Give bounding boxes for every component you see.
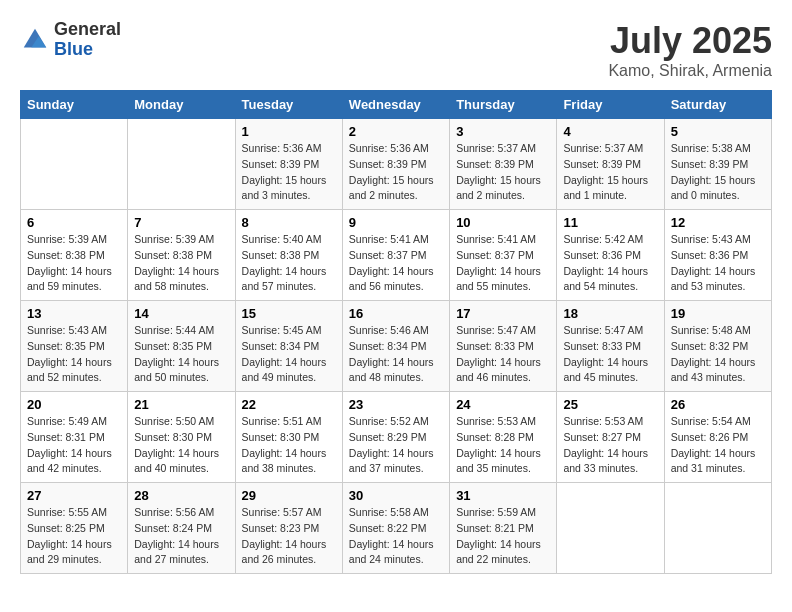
day-number: 9 bbox=[349, 215, 443, 230]
calendar-week-row: 13Sunrise: 5:43 AMSunset: 8:35 PMDayligh… bbox=[21, 301, 772, 392]
day-number: 28 bbox=[134, 488, 228, 503]
day-number: 31 bbox=[456, 488, 550, 503]
calendar-cell: 17Sunrise: 5:47 AMSunset: 8:33 PMDayligh… bbox=[450, 301, 557, 392]
day-number: 26 bbox=[671, 397, 765, 412]
calendar-cell: 24Sunrise: 5:53 AMSunset: 8:28 PMDayligh… bbox=[450, 392, 557, 483]
day-number: 11 bbox=[563, 215, 657, 230]
calendar-cell: 12Sunrise: 5:43 AMSunset: 8:36 PMDayligh… bbox=[664, 210, 771, 301]
calendar-cell: 4Sunrise: 5:37 AMSunset: 8:39 PMDaylight… bbox=[557, 119, 664, 210]
day-info: Sunrise: 5:41 AMSunset: 8:37 PMDaylight:… bbox=[456, 232, 550, 295]
logo: General Blue bbox=[20, 20, 121, 60]
weekday-header: Monday bbox=[128, 91, 235, 119]
day-info: Sunrise: 5:52 AMSunset: 8:29 PMDaylight:… bbox=[349, 414, 443, 477]
day-info: Sunrise: 5:36 AMSunset: 8:39 PMDaylight:… bbox=[242, 141, 336, 204]
weekday-header: Saturday bbox=[664, 91, 771, 119]
calendar-cell: 22Sunrise: 5:51 AMSunset: 8:30 PMDayligh… bbox=[235, 392, 342, 483]
calendar-cell: 14Sunrise: 5:44 AMSunset: 8:35 PMDayligh… bbox=[128, 301, 235, 392]
day-number: 3 bbox=[456, 124, 550, 139]
calendar-header: SundayMondayTuesdayWednesdayThursdayFrid… bbox=[21, 91, 772, 119]
day-number: 12 bbox=[671, 215, 765, 230]
day-info: Sunrise: 5:53 AMSunset: 8:27 PMDaylight:… bbox=[563, 414, 657, 477]
calendar-cell bbox=[557, 483, 664, 574]
calendar-cell: 29Sunrise: 5:57 AMSunset: 8:23 PMDayligh… bbox=[235, 483, 342, 574]
calendar-cell: 10Sunrise: 5:41 AMSunset: 8:37 PMDayligh… bbox=[450, 210, 557, 301]
day-number: 19 bbox=[671, 306, 765, 321]
calendar-cell: 21Sunrise: 5:50 AMSunset: 8:30 PMDayligh… bbox=[128, 392, 235, 483]
calendar-cell: 27Sunrise: 5:55 AMSunset: 8:25 PMDayligh… bbox=[21, 483, 128, 574]
calendar-cell: 7Sunrise: 5:39 AMSunset: 8:38 PMDaylight… bbox=[128, 210, 235, 301]
day-number: 4 bbox=[563, 124, 657, 139]
logo-general: General bbox=[54, 20, 121, 40]
day-info: Sunrise: 5:56 AMSunset: 8:24 PMDaylight:… bbox=[134, 505, 228, 568]
calendar-week-row: 27Sunrise: 5:55 AMSunset: 8:25 PMDayligh… bbox=[21, 483, 772, 574]
day-info: Sunrise: 5:40 AMSunset: 8:38 PMDaylight:… bbox=[242, 232, 336, 295]
calendar-week-row: 1Sunrise: 5:36 AMSunset: 8:39 PMDaylight… bbox=[21, 119, 772, 210]
calendar-cell: 13Sunrise: 5:43 AMSunset: 8:35 PMDayligh… bbox=[21, 301, 128, 392]
day-info: Sunrise: 5:51 AMSunset: 8:30 PMDaylight:… bbox=[242, 414, 336, 477]
calendar-cell: 6Sunrise: 5:39 AMSunset: 8:38 PMDaylight… bbox=[21, 210, 128, 301]
day-number: 29 bbox=[242, 488, 336, 503]
day-number: 2 bbox=[349, 124, 443, 139]
day-number: 6 bbox=[27, 215, 121, 230]
day-info: Sunrise: 5:46 AMSunset: 8:34 PMDaylight:… bbox=[349, 323, 443, 386]
day-info: Sunrise: 5:37 AMSunset: 8:39 PMDaylight:… bbox=[563, 141, 657, 204]
day-info: Sunrise: 5:49 AMSunset: 8:31 PMDaylight:… bbox=[27, 414, 121, 477]
day-number: 21 bbox=[134, 397, 228, 412]
weekday-header: Friday bbox=[557, 91, 664, 119]
day-number: 10 bbox=[456, 215, 550, 230]
day-info: Sunrise: 5:43 AMSunset: 8:35 PMDaylight:… bbox=[27, 323, 121, 386]
day-info: Sunrise: 5:38 AMSunset: 8:39 PMDaylight:… bbox=[671, 141, 765, 204]
calendar-cell: 20Sunrise: 5:49 AMSunset: 8:31 PMDayligh… bbox=[21, 392, 128, 483]
day-info: Sunrise: 5:47 AMSunset: 8:33 PMDaylight:… bbox=[563, 323, 657, 386]
weekday-header: Thursday bbox=[450, 91, 557, 119]
calendar-cell: 19Sunrise: 5:48 AMSunset: 8:32 PMDayligh… bbox=[664, 301, 771, 392]
day-info: Sunrise: 5:39 AMSunset: 8:38 PMDaylight:… bbox=[27, 232, 121, 295]
calendar-cell bbox=[664, 483, 771, 574]
day-number: 8 bbox=[242, 215, 336, 230]
day-number: 22 bbox=[242, 397, 336, 412]
day-number: 13 bbox=[27, 306, 121, 321]
day-number: 25 bbox=[563, 397, 657, 412]
day-info: Sunrise: 5:53 AMSunset: 8:28 PMDaylight:… bbox=[456, 414, 550, 477]
day-number: 5 bbox=[671, 124, 765, 139]
day-number: 7 bbox=[134, 215, 228, 230]
day-info: Sunrise: 5:41 AMSunset: 8:37 PMDaylight:… bbox=[349, 232, 443, 295]
day-info: Sunrise: 5:55 AMSunset: 8:25 PMDaylight:… bbox=[27, 505, 121, 568]
calendar-week-row: 20Sunrise: 5:49 AMSunset: 8:31 PMDayligh… bbox=[21, 392, 772, 483]
calendar-cell: 25Sunrise: 5:53 AMSunset: 8:27 PMDayligh… bbox=[557, 392, 664, 483]
day-info: Sunrise: 5:58 AMSunset: 8:22 PMDaylight:… bbox=[349, 505, 443, 568]
day-number: 15 bbox=[242, 306, 336, 321]
weekday-header: Tuesday bbox=[235, 91, 342, 119]
day-info: Sunrise: 5:47 AMSunset: 8:33 PMDaylight:… bbox=[456, 323, 550, 386]
calendar-cell: 15Sunrise: 5:45 AMSunset: 8:34 PMDayligh… bbox=[235, 301, 342, 392]
page-header: General Blue July 2025 Kamo, Shirak, Arm… bbox=[20, 20, 772, 80]
calendar-cell bbox=[128, 119, 235, 210]
day-info: Sunrise: 5:43 AMSunset: 8:36 PMDaylight:… bbox=[671, 232, 765, 295]
calendar-cell: 31Sunrise: 5:59 AMSunset: 8:21 PMDayligh… bbox=[450, 483, 557, 574]
location: Kamo, Shirak, Armenia bbox=[608, 62, 772, 80]
day-info: Sunrise: 5:37 AMSunset: 8:39 PMDaylight:… bbox=[456, 141, 550, 204]
logo-blue: Blue bbox=[54, 40, 121, 60]
calendar-cell: 30Sunrise: 5:58 AMSunset: 8:22 PMDayligh… bbox=[342, 483, 449, 574]
calendar-body: 1Sunrise: 5:36 AMSunset: 8:39 PMDaylight… bbox=[21, 119, 772, 574]
day-number: 24 bbox=[456, 397, 550, 412]
calendar-cell: 23Sunrise: 5:52 AMSunset: 8:29 PMDayligh… bbox=[342, 392, 449, 483]
day-number: 14 bbox=[134, 306, 228, 321]
day-number: 27 bbox=[27, 488, 121, 503]
day-number: 16 bbox=[349, 306, 443, 321]
day-info: Sunrise: 5:48 AMSunset: 8:32 PMDaylight:… bbox=[671, 323, 765, 386]
month-title: July 2025 bbox=[608, 20, 772, 62]
day-info: Sunrise: 5:39 AMSunset: 8:38 PMDaylight:… bbox=[134, 232, 228, 295]
calendar-cell: 1Sunrise: 5:36 AMSunset: 8:39 PMDaylight… bbox=[235, 119, 342, 210]
title-block: July 2025 Kamo, Shirak, Armenia bbox=[608, 20, 772, 80]
day-number: 30 bbox=[349, 488, 443, 503]
day-info: Sunrise: 5:57 AMSunset: 8:23 PMDaylight:… bbox=[242, 505, 336, 568]
weekday-header: Wednesday bbox=[342, 91, 449, 119]
weekday-header: Sunday bbox=[21, 91, 128, 119]
calendar-cell: 2Sunrise: 5:36 AMSunset: 8:39 PMDaylight… bbox=[342, 119, 449, 210]
day-number: 23 bbox=[349, 397, 443, 412]
day-info: Sunrise: 5:54 AMSunset: 8:26 PMDaylight:… bbox=[671, 414, 765, 477]
day-number: 20 bbox=[27, 397, 121, 412]
calendar-table: SundayMondayTuesdayWednesdayThursdayFrid… bbox=[20, 90, 772, 574]
calendar-week-row: 6Sunrise: 5:39 AMSunset: 8:38 PMDaylight… bbox=[21, 210, 772, 301]
